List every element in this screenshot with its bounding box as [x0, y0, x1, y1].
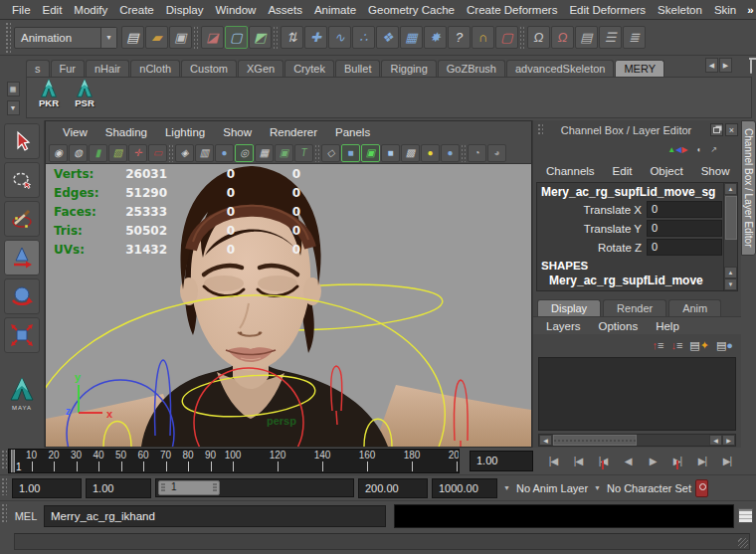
menu-item[interactable]: Window [209, 4, 262, 16]
snap-settings-icon[interactable]: ⇅ [281, 26, 303, 49]
snap-to-curves-icon[interactable]: ∿ [328, 26, 351, 49]
shelf-scroll-left-icon[interactable]: ◀ [705, 58, 718, 73]
menu-item[interactable]: Animate [308, 4, 362, 16]
separator[interactable] [461, 144, 467, 162]
channel-scrollbar[interactable]: ▲ ▲ ▼ [723, 183, 737, 290]
drag-handle[interactable] [5, 22, 11, 53]
menu-item[interactable]: Geometry Cache [362, 4, 461, 16]
channel-value-field[interactable]: 0 [647, 201, 722, 218]
sidebar-toggle-icon[interactable]: ≣ [623, 26, 646, 49]
select-hierarchy-icon[interactable]: ◪ [201, 26, 224, 49]
close-panel-icon[interactable]: × [725, 123, 738, 136]
grease-pencil-icon[interactable]: ▭ [148, 144, 167, 162]
menu-item[interactable]: Assets [262, 4, 308, 16]
use-lights-icon[interactable]: ● [421, 144, 440, 162]
safe-action-icon[interactable]: ▣ [275, 144, 293, 162]
move-layer-down-icon[interactable]: ↓≡ [670, 340, 682, 351]
new-scene-icon[interactable]: ▤ [121, 26, 144, 49]
separator[interactable] [193, 26, 200, 50]
speed-state-icon[interactable]: ◐ [696, 146, 701, 154]
manipulator-icon[interactable]: ▲◀▶ [667, 146, 687, 154]
snap-magnet-icon[interactable]: Ω [527, 26, 550, 49]
viewport-menu-item[interactable]: View [54, 126, 96, 138]
channel-row[interactable]: Rotate Z 0 [537, 238, 722, 257]
range-slider-handle[interactable]: 1 [158, 480, 220, 495]
step-back-frame-button[interactable]: |◀ [566, 452, 590, 471]
help-icon[interactable]: ? [448, 26, 471, 49]
perspective-viewport[interactable]: ViewShadingLightingShowRendererPanels ◉ … [45, 120, 532, 448]
lasso-tool[interactable] [4, 162, 40, 198]
shelf-tab[interactable]: Custom [181, 60, 237, 77]
scroll-left-icon[interactable]: ◀ [709, 435, 722, 446]
float-panel-icon[interactable] [710, 123, 723, 136]
menuset-dropdown[interactable]: Animation ▼ [14, 27, 117, 49]
layer-list-scrollbar[interactable]: ◀ ◀ ▶ [538, 434, 736, 447]
snap-magnet-curve-icon[interactable]: Ω [551, 26, 574, 49]
create-layer-from-selected-icon[interactable]: ▤● [716, 340, 733, 351]
layer-editor-tab[interactable]: Render [603, 299, 666, 316]
textured-lights-icon[interactable]: ▩ [401, 144, 420, 162]
channel-value-field[interactable]: 0 [647, 239, 722, 256]
shelf-tab[interactable]: XGen [238, 60, 284, 77]
current-frame-marker[interactable] [11, 450, 15, 472]
drag-handle[interactable] [1, 477, 7, 495]
menu-item[interactable]: Skin [708, 4, 742, 16]
channel-box-menu-item[interactable]: Channels [537, 165, 604, 177]
scale-tool[interactable] [4, 317, 40, 353]
shelf-tab-toggle-button[interactable]: ▦ [7, 82, 20, 96]
scroll-thumb[interactable] [553, 435, 637, 446]
pin-arrow-icon[interactable]: ↗ [710, 146, 717, 154]
resolution-gate-icon[interactable]: ● [215, 144, 234, 162]
paint-select-tool[interactable] [4, 201, 40, 237]
isolate-select-icon[interactable]: ◈ [175, 144, 194, 162]
channel-label[interactable]: Translate Y [537, 223, 647, 235]
shadows-icon[interactable]: ● [441, 144, 460, 162]
animation-start-field[interactable]: 1.00 [12, 478, 82, 498]
wireframe-on-shaded-icon[interactable]: ▣ [361, 144, 380, 162]
select-camera-icon[interactable]: ◉ [49, 144, 68, 162]
create-empty-layer-icon[interactable]: ▤✦ [689, 340, 709, 351]
snap-to-points-icon[interactable]: ∴ [352, 26, 375, 49]
layer-editor-tab[interactable]: Anim [668, 299, 721, 316]
channel-row[interactable]: Translate X 0 [537, 200, 722, 219]
channel-box-menu-item[interactable]: Object [641, 165, 691, 177]
go-to-end-button[interactable]: ▶| [715, 452, 739, 471]
field-chart-icon[interactable]: ▦ [255, 144, 274, 162]
play-backwards-button[interactable]: ◀ [616, 452, 640, 471]
time-slider[interactable]: 1 10 20 30 40 50 60 [8, 449, 460, 473]
trash-icon[interactable] [750, 60, 752, 74]
scroll-thumb[interactable] [725, 196, 737, 240]
default-material-icon[interactable]: ◕ [487, 144, 506, 162]
shelf-tab[interactable]: Bullet [335, 60, 381, 77]
script-editor-icon[interactable] [738, 508, 753, 523]
wireframe-icon[interactable]: ◇ [321, 144, 340, 162]
character-right-arm[interactable] [374, 385, 531, 447]
shelf-scroll-right-icon[interactable]: ▶ [719, 58, 732, 73]
layer-editor-menu-item[interactable]: Options [590, 320, 648, 332]
menu-item[interactable]: Edit [37, 4, 69, 16]
viewport-menu-item[interactable]: Shading [96, 126, 156, 138]
layer-editor-menu-item[interactable]: Help [647, 320, 688, 332]
channel-value-field[interactable]: 0 [647, 220, 722, 237]
mel-command-input[interactable] [44, 505, 386, 527]
shelf-tab[interactable]: Fur [51, 60, 86, 77]
drag-handle[interactable] [1, 450, 7, 469]
textured-icon[interactable]: ■ [381, 144, 400, 162]
separator[interactable] [168, 144, 174, 162]
drag-handle[interactable] [537, 123, 543, 135]
snap-to-grids-icon[interactable]: ✚ [304, 26, 327, 49]
channel-label[interactable]: Rotate Z [537, 242, 647, 254]
lock-icon[interactable]: ∩ [472, 26, 494, 49]
step-forward-key-button[interactable]: ▶| [665, 452, 689, 471]
open-scene-icon[interactable]: ▰ [145, 26, 168, 49]
make-live-icon[interactable]: ▦ [400, 26, 423, 49]
move-tool[interactable] [4, 240, 40, 276]
chevron-down-icon[interactable]: ▼ [501, 484, 512, 491]
menu-item[interactable]: Modify [68, 4, 113, 16]
shelf-tab[interactable]: s [26, 60, 50, 77]
image-plane-icon[interactable]: ▧ [108, 144, 127, 162]
safe-title-icon[interactable]: T [294, 144, 313, 162]
scene-view[interactable]: y x z persp Verts: 26031 0 0 Edges: 5129… [46, 164, 531, 447]
menu-item[interactable]: Skeleton [652, 4, 708, 16]
render-view-icon[interactable]: ▤ [575, 26, 598, 49]
